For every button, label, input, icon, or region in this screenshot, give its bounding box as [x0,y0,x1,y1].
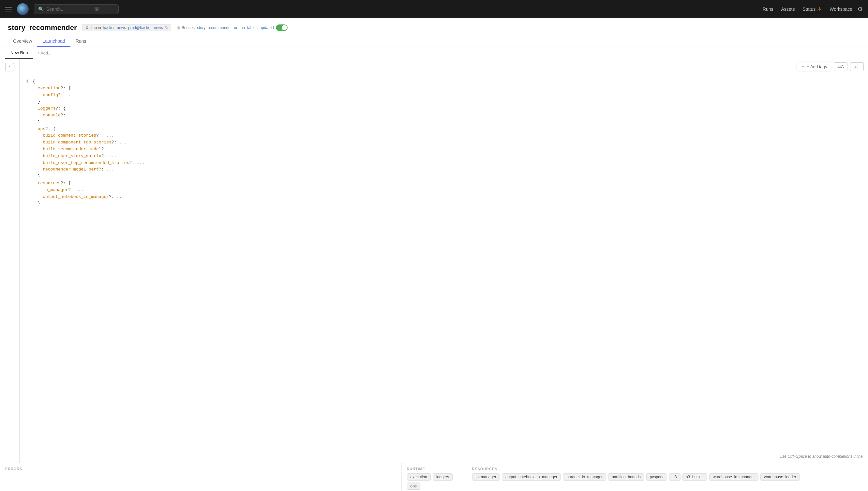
code-line: } [33,173,864,180]
resources-label: RESOURCES [472,467,863,471]
job-label: Job in [91,25,101,30]
resource-tags: io_manager output_notebook_io_manager pa… [472,473,863,481]
slash-badge: / [94,7,99,11]
warning-icon: ⚠ [817,6,822,12]
runtime-section: RUNTIME execution loggers ops [401,463,467,491]
tab-runs[interactable]: Runs [70,36,92,47]
reload-icon[interactable]: ↻ [165,25,168,30]
bottom-panel: ERRORS RUNTIME execution loggers ops RES… [0,463,868,491]
op-star-icon: * [9,64,10,70]
resource-tag-warehouse-io[interactable]: warehouse_io_manager [709,473,758,481]
tab-launchpad[interactable]: Launchpad [37,36,70,47]
job-location-link[interactable]: hacker_news_prod@hacker_news [103,25,163,30]
code-area: 1 { execution?: { config?: ... } loggers… [20,74,868,211]
sensor-name-link[interactable]: story_recommender_on_hn_tables_updated [197,25,274,30]
nav-status-link[interactable]: Status [803,6,816,12]
resource-tag-s3[interactable]: s3 [669,473,681,481]
settings-gear-icon[interactable]: ⚙ [858,5,863,13]
autocomplete-hint: Use Ctrl+Space to show auto-completions … [780,454,864,459]
search-input[interactable] [46,6,92,12]
resource-tag-partition-bounds[interactable]: partition_bounds [608,473,644,481]
add-tags-button[interactable]: ＋ + Add tags [797,62,832,71]
code-line: io_manager?: ... [33,187,864,194]
page-tabs: Overview Launchpad Runs [8,36,860,47]
nav-assets[interactable]: Assets [781,6,795,12]
sensor-icon: ◎ [176,25,180,30]
code-line: } [33,98,864,105]
code-line: build_recommender_model?: ... [33,146,864,153]
nav-runs[interactable]: Runs [763,6,774,12]
run-tabs-bar: New Run + Add... [0,47,868,59]
code-line: ops?: { [33,126,864,133]
code-line: { [33,78,864,85]
bottom-content: ERRORS RUNTIME execution loggers ops RES… [0,463,868,491]
sensor-label: Sensor: [182,25,195,30]
runtime-tag-ops[interactable]: ops [407,483,420,490]
resource-tag-pyspark[interactable]: pyspark [646,473,667,481]
code-line: build_user_top_recommended_stories?: ... [33,160,864,167]
format-button[interactable]: ⇄A [834,62,847,71]
code-line: } [33,119,864,126]
expand-icon: ▷▏ [853,64,860,69]
editor-toolbar: ＋ + Add tags ⇄A ▷▏ [20,59,868,74]
resources-section: RESOURCES io_manager output_notebook_io_… [467,463,868,491]
nav-workspace[interactable]: Workspace [830,6,852,12]
op-selector-input[interactable]: * [5,63,14,71]
runtime-tag-loggers[interactable]: loggers [433,473,453,481]
page-header: story_recommender ⚙ Job in hacker_news_p… [0,18,868,47]
job-badge: ⚙ Job in hacker_news_prod@hacker_news ↻ [82,24,171,31]
runtime-tags: execution loggers ops [407,473,461,490]
runtime-label: RUNTIME [407,467,461,471]
tab-overview[interactable]: Overview [8,36,37,47]
code-line: console?: ... [33,112,864,119]
code-content: { execution?: { config?: ... } loggers?:… [33,78,868,207]
search-icon: 🔍 [38,6,44,12]
resource-tag-parquet[interactable]: parquet_io_manager [563,473,606,481]
sensor-toggle[interactable] [276,25,288,31]
top-nav: 🔍 / Runs Assets Status ⚠ Workspace ⚙ [0,0,868,18]
code-line: build_comment_stories?: ... [33,133,864,139]
app-logo [17,3,29,15]
code-line: resources?: { [33,180,864,187]
code-line: recommender_model_perf?: ... [33,166,864,173]
sensor-badge: ◎ Sensor: story_recommender_on_hn_tables… [176,25,288,31]
search-bar[interactable]: 🔍 / [34,4,119,14]
runtime-tag-execution[interactable]: execution [407,473,431,481]
resource-tag-io-manager[interactable]: io_manager [472,473,500,481]
nav-status: Status ⚠ [803,6,822,12]
code-line: build_user_story_matrix?: ... [33,153,864,160]
plus-icon: ＋ [801,64,805,69]
op-selector-panel: * [0,59,20,463]
run-tab-new-run[interactable]: New Run [5,47,33,59]
resource-tag-output-notebook[interactable]: output_notebook_io_manager [502,473,561,481]
errors-section: ERRORS [0,463,401,491]
code-line: build_component_top_stories?: ... [33,139,864,146]
hamburger-menu[interactable] [5,7,12,11]
code-line: } [33,200,864,207]
resource-tag-warehouse-loader[interactable]: warehouse_loader [760,473,800,481]
code-line: execution?: { [33,85,864,92]
page-title: story_recommender [8,24,77,32]
code-line: loggers?: { [33,105,864,112]
editor-area: * ＋ + Add tags ⇄A ▷▏ 1 [0,59,868,463]
errors-label: ERRORS [5,467,396,471]
config-editor[interactable]: ＋ + Add tags ⇄A ▷▏ 1 { execution?: { con… [20,59,868,463]
add-run-button[interactable]: + Add... [33,47,55,59]
code-line: config?: ... [33,92,864,99]
job-icon: ⚙ [85,25,89,30]
code-line: output_notebook_io_manager?: ... [33,194,864,201]
nav-links: Runs Assets Status ⚠ Workspace [763,6,852,12]
resource-tag-s3-bucket[interactable]: s3_bucket [683,473,707,481]
line-numbers: 1 [20,78,33,207]
expand-button[interactable]: ▷▏ [850,62,864,71]
main-content: New Run + Add... * ＋ + Add tags ⇄A ▷▏ [0,47,868,491]
